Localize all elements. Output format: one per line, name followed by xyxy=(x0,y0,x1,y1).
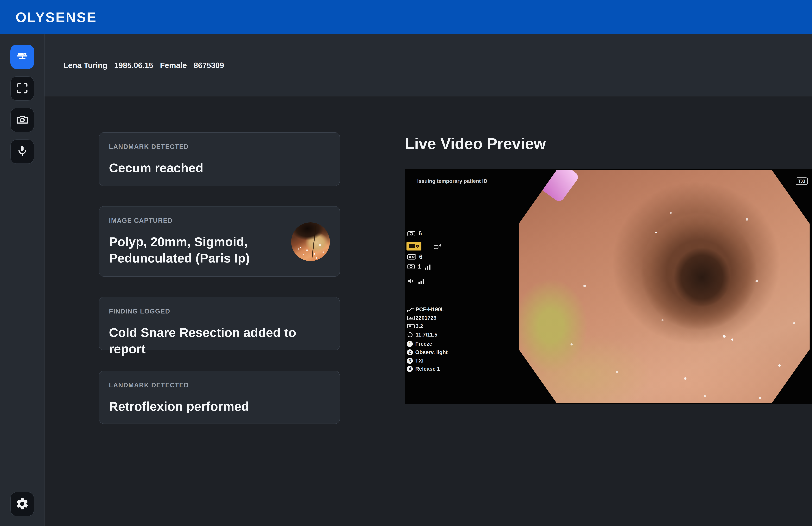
patient-info: Lena Turing 1985.06.15 Female 8675309 xyxy=(63,61,224,70)
video-recorder-indicator xyxy=(406,242,421,250)
pedal-number-icon: 1 xyxy=(407,341,413,347)
top-header: OLYSENSE xyxy=(0,0,812,34)
live-video-frame: Issuing temporary patient ID TXI 6 xyxy=(405,169,812,404)
cassette-icon xyxy=(407,254,416,260)
patient-bed-icon xyxy=(15,49,29,64)
event-card: LANDMARK DETECTED Retroflexion performed xyxy=(99,371,340,424)
pedal-function: Observ. light xyxy=(415,349,448,355)
scope-info-row: 2201723 xyxy=(407,315,436,321)
signal-bars-icon xyxy=(418,278,425,284)
txi-mode-badge: TXI xyxy=(796,177,808,185)
fullscreen-icon xyxy=(15,81,29,96)
event-type-label: FINDING LOGGED xyxy=(109,308,330,315)
live-video-heading: Live Video Preview xyxy=(405,135,546,152)
indicator-row: 6 xyxy=(407,253,423,260)
snare-wire xyxy=(311,225,316,259)
event-type-label: IMAGE CAPTURED xyxy=(109,217,330,224)
patient-sex: Female xyxy=(160,61,187,70)
film-reel-icon xyxy=(407,263,415,270)
event-card: IMAGE CAPTURED Polyp, 20mm, Sigmoid, Ped… xyxy=(99,206,340,277)
event-type-label: LANDMARK DETECTED xyxy=(109,143,330,150)
sidebar-item-settings[interactable] xyxy=(10,492,34,516)
signal-bars-icon xyxy=(424,264,431,270)
event-title: Cecum reached xyxy=(109,160,330,176)
pedal-number-icon: 3 xyxy=(407,358,413,364)
patient-bar: Lena Turing 1985.06.15 Female 8675309 En… xyxy=(44,34,812,97)
pedal-row: 4 Release 1 xyxy=(407,366,440,372)
external-display-icon xyxy=(433,243,441,251)
event-card: FINDING LOGGED Cold Snare Resection adde… xyxy=(99,297,340,350)
scope-info-row: 3.2 xyxy=(407,323,423,329)
event-title: Polyp, 20mm, Sigmoid, Pedunculated (Pari… xyxy=(109,234,284,266)
insufflation-value: 11.7/11.5 xyxy=(416,332,437,338)
still-camera-icon xyxy=(407,230,416,236)
specular-highlights xyxy=(655,232,657,233)
app-root: OLYSENSE xyxy=(0,0,812,526)
camera-icon xyxy=(15,113,29,127)
indicator-row xyxy=(407,278,425,284)
brand-logo: OLYSENSE xyxy=(16,9,97,25)
video-recorder-icon xyxy=(409,244,415,248)
sidebar-item-fullscreen[interactable] xyxy=(10,76,34,101)
event-card: LANDMARK DETECTED Cecum reached xyxy=(99,132,340,186)
indicator-row: 1 xyxy=(407,263,431,270)
endoscopy-snapshot-thumbnail xyxy=(291,222,330,261)
video-status-message: Issuing temporary patient ID xyxy=(417,178,487,184)
microphone-icon xyxy=(15,144,29,159)
pedal-row: 3 TXI xyxy=(407,357,423,364)
zoom-level-icon xyxy=(407,324,415,329)
instrument-cap xyxy=(540,161,580,203)
gear-icon xyxy=(15,497,29,511)
indicator-row: 6 xyxy=(407,230,422,237)
scope-icon xyxy=(407,307,415,312)
pedal-number-icon: 4 xyxy=(407,366,413,372)
indicator-value: 6 xyxy=(419,230,422,237)
scope-serial: 2201723 xyxy=(416,315,436,321)
pedal-row: 2 Observ. light xyxy=(407,349,448,355)
patient-name: Lena Turing xyxy=(63,61,107,70)
event-title: Cold Snare Resection added to report xyxy=(109,324,330,357)
patient-id: 8675309 xyxy=(194,61,224,70)
pedal-row: 1 Freeze xyxy=(407,341,432,347)
pedal-function: Release 1 xyxy=(415,366,440,372)
indicator-value: 6 xyxy=(419,253,423,260)
scope-info-row: 11.7/11.5 xyxy=(407,332,437,338)
pedal-number-icon: 2 xyxy=(407,349,413,355)
sidebar-item-snapshot[interactable] xyxy=(10,108,34,132)
scope-model: PCF-H190L xyxy=(416,306,444,312)
patient-dob: 1985.06.15 xyxy=(114,61,153,70)
pedal-function: TXI xyxy=(415,357,423,364)
insufflation-icon xyxy=(407,332,415,338)
event-title: Retroflexion performed xyxy=(109,398,330,415)
indicator-value: 1 xyxy=(418,263,421,270)
keyboard-icon xyxy=(407,315,415,321)
pedal-function: Freeze xyxy=(415,341,432,347)
sidebar-item-procedure[interactable] xyxy=(10,45,34,69)
zoom-level-value: 3.2 xyxy=(416,323,423,329)
endoscopy-image xyxy=(519,170,810,403)
sidebar-item-microphone[interactable] xyxy=(10,140,34,164)
event-type-label: LANDMARK DETECTED xyxy=(109,381,330,389)
scope-info-row: PCF-H190L xyxy=(407,306,444,312)
speaker-icon xyxy=(407,278,415,284)
sidebar xyxy=(0,34,44,526)
